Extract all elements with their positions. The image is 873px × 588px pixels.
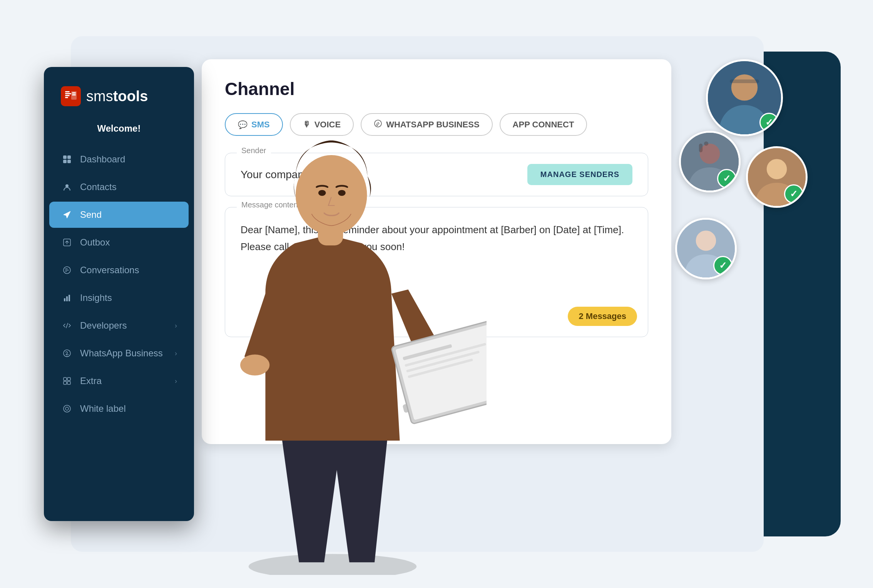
avatar-row-2 <box>679 131 818 208</box>
sms-tab-icon: 💬 <box>238 120 248 129</box>
svg-rect-18 <box>64 378 67 381</box>
avatar-1 <box>706 59 783 136</box>
logo-text: smstools <box>86 88 148 105</box>
svg-rect-6 <box>72 94 76 95</box>
logo-svg <box>64 90 77 103</box>
manage-senders-button[interactable]: MANAGE SENDERS <box>527 164 632 185</box>
developers-icon <box>61 319 73 332</box>
tab-sms[interactable]: 💬 SMS <box>225 113 283 136</box>
avatar-row-3 <box>675 218 818 279</box>
svg-rect-16 <box>69 295 70 301</box>
svg-rect-14 <box>64 298 65 301</box>
avatar-1-check <box>759 113 779 132</box>
main-content-panel: Channel 💬 SMS 🎙 VOICE WHAT <box>202 59 671 444</box>
whatsapp-chevron: › <box>175 349 177 357</box>
sidebar-item-insights-label: Insights <box>80 292 177 303</box>
sidebar-item-send-label: Send <box>80 209 177 220</box>
sidebar-item-insights[interactable]: Insights <box>44 285 194 311</box>
message-content-section: Message content Dear [Name], this is a r… <box>225 207 648 337</box>
send-icon <box>61 209 73 221</box>
sidebar-item-send[interactable]: Send <box>49 202 189 228</box>
logo-tools: tools <box>113 88 148 104</box>
sender-section: Sender Your company MANAGE SENDERS <box>225 153 648 196</box>
svg-point-29 <box>700 144 720 164</box>
svg-point-23 <box>65 407 69 410</box>
sidebar-item-extra-label: Extra <box>80 376 175 386</box>
avatars-panel <box>671 59 818 279</box>
sidebar-item-extra[interactable]: Extra › <box>44 368 194 394</box>
avatar-4 <box>675 218 737 279</box>
svg-rect-3 <box>65 97 68 98</box>
whatsapp-icon <box>61 347 73 359</box>
channel-tabs: 💬 SMS 🎙 VOICE WHATSAPP BUSINESS <box>225 113 648 136</box>
svg-point-33 <box>767 159 787 179</box>
extra-chevron: › <box>175 377 177 385</box>
sender-value: Your company <box>241 169 309 181</box>
sidebar-item-white-label[interactable]: White label <box>44 396 194 422</box>
svg-point-26 <box>731 74 758 100</box>
sender-row: Your company MANAGE SENDERS <box>241 164 632 185</box>
sidebar: smstools Welcome! Dashboard Contacts <box>44 67 194 521</box>
svg-rect-31 <box>704 142 708 146</box>
svg-rect-30 <box>699 144 702 152</box>
welcome-text: Welcome! <box>44 123 194 134</box>
outbox-icon <box>61 236 73 249</box>
message-content-textarea[interactable]: Dear [Name], this is a reminder about yo… <box>241 221 632 321</box>
logo-area: smstools <box>44 86 194 106</box>
dashboard-icon <box>61 153 73 165</box>
tab-whatsapp-business[interactable]: WHATSAPP BUSINESS <box>361 113 492 136</box>
avatar-3-check <box>784 184 803 204</box>
avatar-4-check <box>713 256 733 275</box>
extra-icon <box>61 375 73 387</box>
sidebar-item-contacts[interactable]: Contacts <box>44 174 194 200</box>
developers-chevron: › <box>175 322 177 330</box>
sidebar-item-white-label-label: White label <box>80 403 177 414</box>
contacts-icon <box>61 181 73 193</box>
logo-icon <box>61 86 81 106</box>
sidebar-item-conversations-label: Conversations <box>80 265 177 276</box>
tab-voice[interactable]: 🎙 VOICE <box>290 113 354 136</box>
avatar-2-check <box>717 169 736 188</box>
tab-app-connect[interactable]: APP CONNECT <box>500 113 587 136</box>
sidebar-item-developers-label: Developers <box>80 320 175 331</box>
avatar-2 <box>679 131 741 192</box>
sms-tab-label: SMS <box>251 120 270 130</box>
messages-badge: 2 Messages <box>568 307 637 326</box>
page: smstools Welcome! Dashboard Contacts <box>0 0 873 588</box>
white-label-icon <box>61 403 73 415</box>
channel-title: Channel <box>225 79 648 99</box>
sidebar-item-dashboard[interactable]: Dashboard <box>44 146 194 172</box>
message-content-label: Message content <box>237 200 304 209</box>
logo-sms: sms <box>86 88 113 104</box>
svg-rect-19 <box>67 378 70 381</box>
sidebar-item-whatsapp-business[interactable]: WhatsApp Business › <box>44 340 194 366</box>
svg-rect-8 <box>67 155 71 159</box>
svg-rect-0 <box>65 91 70 92</box>
app-connect-tab-label: APP CONNECT <box>513 120 574 129</box>
sidebar-item-conversations[interactable]: Conversations <box>44 257 194 283</box>
svg-rect-1 <box>65 93 71 94</box>
conversations-icon <box>61 264 73 276</box>
svg-rect-27 <box>730 80 759 84</box>
svg-rect-15 <box>66 296 68 301</box>
svg-point-22 <box>64 405 70 412</box>
avatar-3 <box>746 146 808 208</box>
sidebar-item-outbox-label: Outbox <box>80 237 177 248</box>
svg-point-36 <box>249 554 416 575</box>
sender-label: Sender <box>237 146 271 155</box>
sidebar-item-whatsapp-label: WhatsApp Business <box>80 348 175 359</box>
voice-tab-label: VOICE <box>314 120 341 130</box>
svg-rect-9 <box>63 160 67 163</box>
svg-point-24 <box>375 120 381 127</box>
svg-rect-2 <box>65 95 70 96</box>
insights-icon <box>61 292 73 304</box>
sidebar-item-outbox[interactable]: Outbox <box>44 229 194 256</box>
svg-rect-5 <box>72 92 76 94</box>
sidebar-item-dashboard-label: Dashboard <box>80 154 177 165</box>
whatsapp-tab-label: WHATSAPP BUSINESS <box>386 120 479 130</box>
svg-point-35 <box>696 231 716 251</box>
svg-rect-20 <box>64 381 67 384</box>
svg-rect-10 <box>67 160 71 163</box>
avatar-row-1 <box>671 59 818 136</box>
sidebar-item-developers[interactable]: Developers › <box>44 312 194 339</box>
